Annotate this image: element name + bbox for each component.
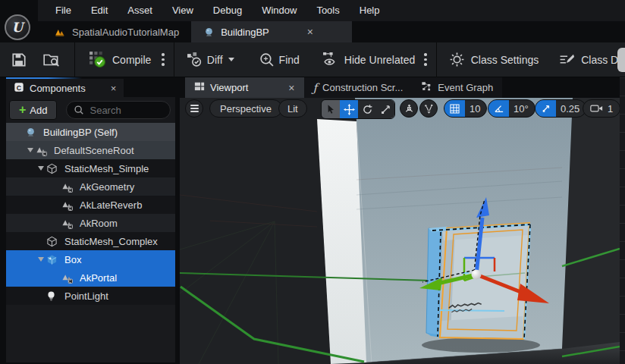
hamburger-icon — [190, 105, 199, 112]
lit-mode-selector[interactable]: Lit — [278, 99, 307, 118]
gizmo-center-sphere[interactable] — [472, 270, 482, 280]
rotate-tool-button[interactable] — [358, 100, 376, 118]
tree-row-AkGeometry[interactable]: AkGeometry — [6, 177, 175, 196]
browse-asset-button[interactable] — [42, 52, 61, 68]
tree-row-BuildingBP-Self-[interactable]: BuildingBP (Self) — [6, 123, 175, 141]
components-tab-icon: C — [14, 82, 24, 95]
viewport-panel: Viewport×ƒConstruction Scr...Event Graph — [180, 77, 625, 364]
tab-construction-scr-[interactable]: ƒConstruction Scr... — [304, 77, 413, 98]
toolbar-separator — [74, 42, 75, 77]
asset-tab-bar: SpatialAudioTutorialMapBuildingBP× — [0, 21, 625, 42]
components-tabbar: C Components × — [6, 79, 175, 97]
diff-icon[interactable] — [187, 52, 203, 67]
add-component-button[interactable]: + Add — [9, 100, 57, 120]
expander-arrow-icon[interactable] — [35, 257, 46, 262]
close-icon[interactable]: × — [307, 27, 313, 37]
class-settings-button[interactable]: Class Settings — [471, 54, 539, 66]
tree-row-Box[interactable]: Box — [6, 250, 175, 268]
unreal-editor-window: FileEditAssetViewDebugWindowToolsHelp U … — [0, 0, 625, 364]
tree-row-PointLight[interactable]: PointLight — [6, 287, 175, 305]
tab-viewport[interactable]: Viewport× — [185, 77, 304, 98]
clipped-toolbar-button[interactable] — [617, 48, 625, 72]
tab-components[interactable]: C Components × — [6, 79, 124, 97]
asset-tab-BuildingBP[interactable]: BuildingBP× — [191, 21, 352, 42]
event-graph-icon — [421, 81, 432, 94]
class-settings-gear-icon[interactable] — [449, 52, 465, 67]
scene-icon — [61, 180, 74, 193]
grid-snap-control[interactable]: 10 — [444, 99, 487, 118]
expander-arrow-icon[interactable] — [35, 166, 46, 171]
level-icon — [55, 27, 66, 37]
svg-text:C: C — [17, 83, 22, 91]
compile-icon[interactable] — [89, 51, 106, 68]
tree-row-DefaultSceneRoot[interactable]: DefaultSceneRoot — [6, 141, 175, 159]
tree-row-StaticMesh-Complex[interactable]: StaticMesh_Complex — [6, 232, 175, 250]
light-icon — [46, 290, 59, 302]
viewport-3d[interactable] — [180, 98, 620, 364]
components-panel: C Components × + Add BuildingBP (Self)De… — [0, 77, 180, 364]
coordinate-system-button[interactable] — [400, 99, 418, 118]
scale-icon — [380, 104, 391, 115]
angle-snap-icon — [488, 100, 509, 117]
tree-row-AkPortal[interactable]: AkPortal — [6, 268, 175, 287]
menu-item-view[interactable]: View — [162, 0, 203, 21]
menu-item-asset[interactable]: Asset — [118, 0, 162, 21]
close-icon[interactable]: × — [288, 83, 294, 93]
viewport-tabbar: Viewport×ƒConstruction Scr...Event Graph — [180, 77, 620, 98]
portal-shadow — [422, 337, 540, 353]
diff-button[interactable]: Diff — [207, 54, 223, 66]
blueprint-icon — [25, 126, 38, 138]
rotate-icon — [362, 104, 373, 115]
scale-snap-control[interactable]: 0.25 — [535, 99, 586, 118]
camera-icon — [590, 104, 603, 113]
asset-tab-SpatialAudioTutorialMap[interactable]: SpatialAudioTutorialMap — [42, 21, 191, 42]
hide-unrelated-kebab-icon[interactable] — [424, 53, 427, 66]
plus-icon: + — [19, 104, 26, 116]
scale-snap-icon — [535, 100, 556, 117]
menu-item-window[interactable]: Window — [252, 0, 306, 21]
perspective-selector[interactable]: Perspective — [209, 99, 282, 118]
logo-block: U — [0, 0, 38, 42]
rotation-snap-control[interactable]: 10° — [488, 99, 535, 118]
save-button[interactable] — [11, 52, 27, 68]
function-icon: ƒ — [313, 81, 318, 95]
surface-snapping-button[interactable] — [419, 99, 438, 118]
tree-row-StaticMesh-Simple[interactable]: StaticMesh_Simple — [6, 159, 175, 177]
close-icon[interactable]: × — [111, 83, 117, 93]
menu-item-edit[interactable]: Edit — [81, 0, 118, 21]
compile-options-kebab-icon[interactable] — [162, 53, 165, 66]
components-body: + Add BuildingBP (Self)DefaultSceneRootS… — [6, 97, 175, 362]
toolbar-separator — [436, 42, 437, 77]
move-tool-button[interactable] — [340, 100, 358, 118]
tree-row-AkRoom[interactable]: AkRoom — [6, 214, 175, 232]
static-mesh-icon — [46, 162, 59, 174]
blueprint-icon — [203, 27, 215, 38]
components-search — [66, 101, 171, 119]
grid-snap-icon — [444, 100, 465, 117]
compile-button[interactable]: Compile — [112, 54, 151, 66]
search-icon — [74, 105, 84, 115]
menu-item-tools[interactable]: Tools — [306, 0, 349, 21]
class-defaults-pencil-icon[interactable] — [558, 52, 575, 67]
components-tab-label: Components — [30, 83, 86, 94]
components-toolbar: + Add — [6, 97, 175, 123]
find-icon[interactable] — [259, 52, 275, 67]
hide-unrelated-icon[interactable] — [322, 52, 340, 67]
hide-unrelated-button[interactable]: Hide Unrelated — [344, 54, 415, 66]
viewport-options-button[interactable] — [185, 99, 203, 118]
expander-arrow-icon[interactable] — [24, 148, 36, 152]
find-button[interactable]: Find — [279, 54, 300, 66]
static-mesh-icon — [46, 235, 59, 247]
camera-speed-control[interactable]: 1 — [583, 99, 620, 118]
viewport-icon — [194, 81, 205, 94]
right-panel-edge[interactable] — [620, 77, 625, 364]
tab-event-graph[interactable]: Event Graph — [412, 77, 502, 98]
scale-tool-button[interactable] — [376, 100, 394, 118]
menu-item-debug[interactable]: Debug — [203, 0, 252, 21]
menu-item-file[interactable]: File — [46, 0, 81, 21]
toolbar-separator — [174, 42, 174, 77]
diff-dropdown-caret-icon[interactable] — [228, 58, 234, 61]
tree-row-AkLateReverb[interactable]: AkLateReverb — [6, 196, 175, 214]
select-tool-button[interactable] — [322, 100, 340, 118]
menu-item-help[interactable]: Help — [350, 0, 390, 21]
